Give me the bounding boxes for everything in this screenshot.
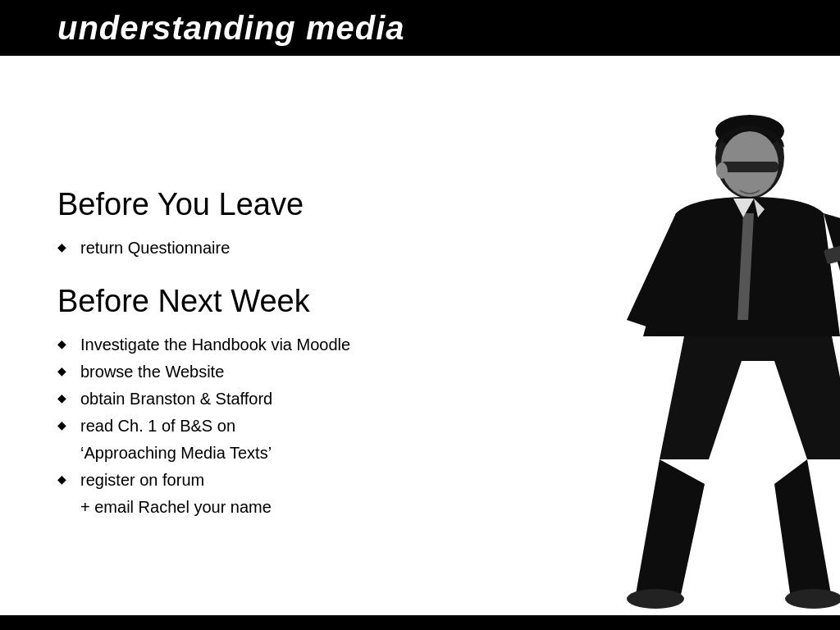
list-item: register on forum [57,469,517,491]
svg-point-5 [627,589,684,609]
list-item: obtain Branston & Stafford [57,388,517,410]
svg-point-6 [785,589,840,609]
main-content: Before You Leave return Questionnaire Be… [57,56,517,543]
before-you-leave-heading: Before You Leave [57,187,517,222]
list-item: return Questionnaire [57,237,517,259]
header-bar: understanding media [0,0,840,56]
list-item: read Ch. 1 of B&S on [57,415,517,437]
man-silhouette [561,107,840,615]
list-item: browse the Website [57,361,517,383]
list-item-continuation: + email Rachel your name [57,496,517,518]
footer-bar [0,615,840,630]
man-figure [561,107,840,615]
list-item: Investigate the Handbook via Moodle [57,334,517,356]
before-you-leave-list: return Questionnaire [57,237,517,259]
svg-rect-9 [721,162,778,172]
before-next-week-list: Investigate the Handbook via Moodle brow… [57,334,517,518]
svg-point-10 [716,162,728,179]
header-title: understanding media [57,10,405,47]
list-item-continuation: ‘Approaching Media Texts’ [57,442,517,464]
before-next-week-heading: Before Next Week [57,284,517,319]
